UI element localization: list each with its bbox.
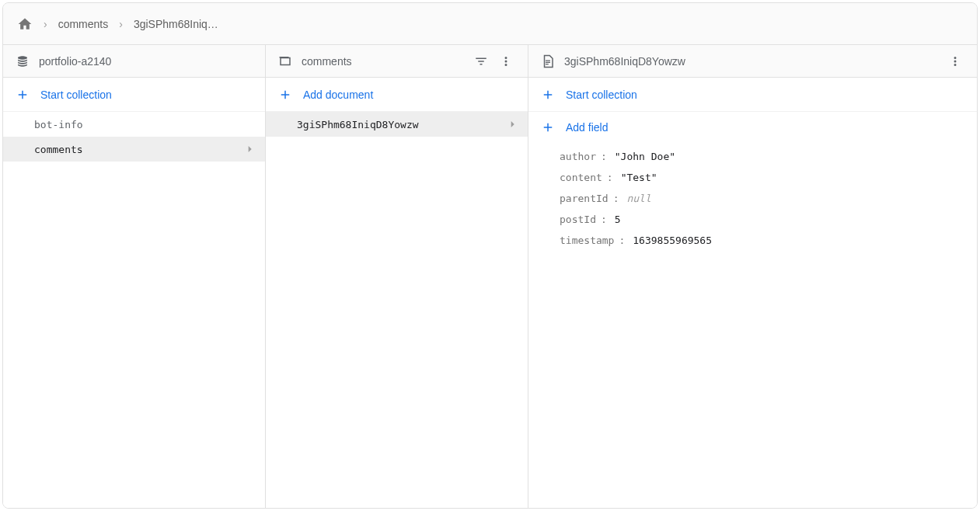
document-menu-button[interactable] <box>946 52 964 71</box>
start-subcollection-label: Start collection <box>566 89 637 101</box>
chevron-right-icon <box>243 143 256 155</box>
document-column: 3giSPhm68IniqD8Yowzw Start collection Ad… <box>528 45 977 508</box>
field-row[interactable]: timestamp:1639855969565 <box>528 230 977 251</box>
add-document-button[interactable]: Add document <box>266 78 528 112</box>
breadcrumb-item[interactable]: 3giSPhm68Iniq… <box>134 18 218 30</box>
database-column: portfolio-a2140 Start collection bot-inf… <box>3 45 266 508</box>
database-title: portfolio-a2140 <box>39 55 253 68</box>
field-key: author <box>560 151 596 162</box>
start-collection-button[interactable]: Start collection <box>3 78 265 112</box>
collection-menu-button[interactable] <box>497 52 515 71</box>
chevron-right-icon <box>506 118 518 130</box>
filter-button[interactable] <box>472 52 490 71</box>
breadcrumb-item[interactable]: comments <box>58 18 109 30</box>
field-key: content <box>560 172 602 183</box>
field-value: 5 <box>615 214 621 225</box>
collection-item[interactable]: bot-info <box>3 112 265 137</box>
document-item[interactable]: 3giSPhm68IniqD8Yowzw <box>266 112 528 137</box>
field-value: "Test" <box>621 172 657 183</box>
start-collection-label: Start collection <box>40 89 112 101</box>
more-vert-icon <box>499 54 513 68</box>
field-row[interactable]: parentId:null <box>528 188 977 209</box>
database-header: portfolio-a2140 <box>3 45 265 78</box>
columns-container: portfolio-a2140 Start collection bot-inf… <box>3 45 977 508</box>
add-document-label: Add document <box>303 89 373 101</box>
documents-list: 3giSPhm68IniqD8Yowzw <box>266 112 528 508</box>
collection-item[interactable]: comments <box>3 137 265 162</box>
plus-icon <box>541 88 555 102</box>
field-row[interactable]: content:"Test" <box>528 167 977 188</box>
home-icon[interactable] <box>17 16 33 32</box>
filter-icon <box>474 54 488 68</box>
plus-icon <box>16 88 30 102</box>
field-value: 1639855969565 <box>633 235 712 246</box>
field-key: timestamp <box>560 235 614 246</box>
fields-list: author:"John Doe"content:"Test"parentId:… <box>528 143 977 251</box>
plus-icon <box>278 88 292 102</box>
chevron-right-icon: › <box>119 18 123 30</box>
collections-list: bot-infocomments <box>3 112 265 508</box>
field-value: null <box>626 193 650 204</box>
document-icon <box>541 54 555 68</box>
field-key: parentId <box>560 193 609 204</box>
collection-title: comments <box>302 55 462 68</box>
add-field-label: Add field <box>566 121 608 134</box>
collection-icon <box>278 54 292 68</box>
chevron-right-icon: › <box>44 18 47 30</box>
field-key: postId <box>560 214 596 225</box>
document-title: 3giSPhm68IniqD8Yowzw <box>564 55 936 68</box>
firestore-panel: › comments › 3giSPhm68Iniq… portfolio-a2… <box>2 2 978 509</box>
more-vert-icon <box>948 54 962 68</box>
breadcrumb: › comments › 3giSPhm68Iniq… <box>3 3 977 45</box>
database-icon <box>16 54 30 68</box>
plus-icon <box>541 120 555 134</box>
field-row[interactable]: postId:5 <box>528 209 977 230</box>
add-field-button[interactable]: Add field <box>528 112 977 143</box>
collection-column: comments Add document 3giSPhm68IniqD8Yow… <box>266 45 528 508</box>
field-row[interactable]: author:"John Doe" <box>528 146 977 167</box>
start-subcollection-button[interactable]: Start collection <box>528 78 977 112</box>
collection-header: comments <box>266 45 528 78</box>
field-value: "John Doe" <box>615 151 675 162</box>
document-header: 3giSPhm68IniqD8Yowzw <box>528 45 977 78</box>
